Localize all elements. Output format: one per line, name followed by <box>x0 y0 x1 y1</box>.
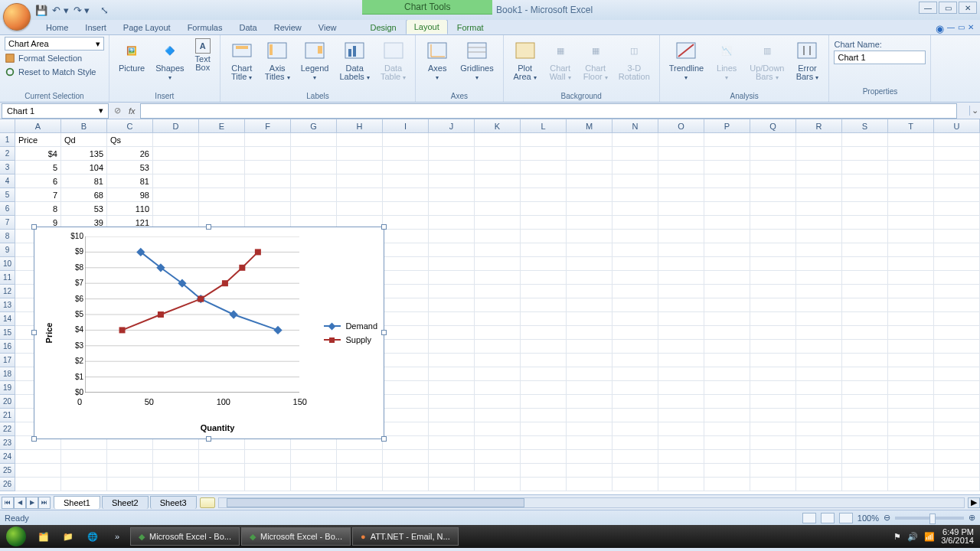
cell[interactable] <box>612 174 658 188</box>
cell[interactable] <box>842 202 888 216</box>
cell[interactable] <box>888 216 934 230</box>
cell[interactable] <box>429 478 475 491</box>
cell[interactable] <box>567 298 612 312</box>
cell[interactable] <box>567 436 612 450</box>
cell[interactable] <box>658 422 704 436</box>
cell[interactable]: 135 <box>61 147 107 161</box>
cell[interactable] <box>291 188 337 202</box>
cell[interactable] <box>61 450 107 464</box>
cell[interactable] <box>383 202 429 216</box>
cell[interactable] <box>796 381 842 395</box>
cell[interactable] <box>567 409 612 422</box>
cell[interactable] <box>796 450 842 464</box>
legend-button[interactable]: Legend <box>296 37 334 83</box>
cell[interactable]: Price <box>15 133 61 147</box>
cell[interactable] <box>888 147 934 161</box>
cell[interactable] <box>383 436 429 450</box>
cell[interactable] <box>429 230 475 243</box>
cell[interactable] <box>934 161 980 174</box>
cell[interactable] <box>567 216 612 230</box>
cell[interactable] <box>383 464 429 478</box>
cell[interactable] <box>521 326 567 340</box>
trendline-button[interactable]: Trendline <box>665 37 708 83</box>
sheet-nav-first[interactable]: ⏮ <box>2 497 14 509</box>
cell[interactable] <box>704 395 750 409</box>
cell[interactable] <box>153 161 199 174</box>
cell[interactable]: 110 <box>107 202 153 216</box>
cell[interactable] <box>934 422 980 436</box>
cell[interactable] <box>888 464 934 478</box>
cell[interactable] <box>704 450 750 464</box>
cell[interactable] <box>750 147 796 161</box>
cell[interactable] <box>521 257 567 271</box>
cell[interactable] <box>750 450 796 464</box>
format-selection-button[interactable]: Format Selection <box>5 52 82 64</box>
cell[interactable] <box>199 147 245 161</box>
cell[interactable] <box>521 298 567 312</box>
cell[interactable] <box>704 409 750 422</box>
zoom-out-icon[interactable]: ⊖ <box>884 513 890 523</box>
cell[interactable] <box>842 133 888 147</box>
cell[interactable] <box>796 354 842 367</box>
cell[interactable] <box>475 354 521 367</box>
cell[interactable] <box>796 202 842 216</box>
row-header[interactable]: 19 <box>0 381 15 395</box>
cell[interactable]: 104 <box>61 161 107 174</box>
col-header[interactable]: M <box>567 119 612 133</box>
cell[interactable] <box>658 436 704 450</box>
cell[interactable] <box>842 436 888 450</box>
cell[interactable] <box>704 478 750 491</box>
cell[interactable] <box>245 478 291 491</box>
libraries-icon[interactable]: 📁 <box>57 527 80 546</box>
cell[interactable] <box>475 298 521 312</box>
cell[interactable] <box>842 450 888 464</box>
cell[interactable] <box>291 161 337 174</box>
row-header[interactable]: 9 <box>0 243 15 257</box>
cell[interactable] <box>383 354 429 367</box>
shapes-button[interactable]: 🔷Shapes <box>151 37 188 83</box>
taskbar-app-excel1[interactable]: ◆Microsoft Excel - Bo... <box>130 527 240 546</box>
cell[interactable] <box>429 381 475 395</box>
zoom-slider[interactable] <box>895 517 964 520</box>
cell[interactable] <box>475 230 521 243</box>
cell[interactable] <box>153 147 199 161</box>
cell[interactable] <box>245 188 291 202</box>
cell[interactable] <box>750 326 796 340</box>
cell[interactable] <box>245 147 291 161</box>
tab-page-layout[interactable]: Page Layout <box>116 21 178 34</box>
cell[interactable] <box>704 326 750 340</box>
data-labels-button[interactable]: Data Labels <box>335 37 374 83</box>
cell[interactable] <box>658 450 704 464</box>
col-header[interactable]: N <box>612 119 658 133</box>
cell[interactable] <box>658 257 704 271</box>
sheet-nav-last[interactable]: ⏭ <box>38 497 51 509</box>
col-header[interactable]: I <box>383 119 429 133</box>
qat-customize-icon[interactable]: ⤡ <box>100 5 109 16</box>
cell[interactable] <box>612 133 658 147</box>
row-header[interactable]: 25 <box>0 464 15 478</box>
error-bars-button[interactable]: Error Bars <box>790 37 824 83</box>
cell[interactable] <box>429 326 475 340</box>
cell[interactable] <box>796 188 842 202</box>
row-header[interactable]: 24 <box>0 450 15 464</box>
cell[interactable] <box>383 326 429 340</box>
cell[interactable] <box>291 174 337 188</box>
cell[interactable] <box>934 354 980 367</box>
tab-format[interactable]: Format <box>449 21 492 34</box>
cell[interactable] <box>337 161 383 174</box>
cell[interactable] <box>429 422 475 436</box>
cell[interactable]: $4 <box>15 147 61 161</box>
cell[interactable] <box>658 464 704 478</box>
cell[interactable] <box>475 188 521 202</box>
cell[interactable] <box>521 340 567 354</box>
chart-legend[interactable]: Demand Supply <box>324 317 377 349</box>
cell[interactable] <box>934 243 980 257</box>
cell[interactable] <box>796 161 842 174</box>
cell[interactable] <box>888 133 934 147</box>
row-header[interactable]: 23 <box>0 436 15 450</box>
cell[interactable] <box>475 271 521 285</box>
cell[interactable] <box>796 464 842 478</box>
cell[interactable] <box>658 230 704 243</box>
cell[interactable] <box>796 478 842 491</box>
cell[interactable] <box>934 133 980 147</box>
